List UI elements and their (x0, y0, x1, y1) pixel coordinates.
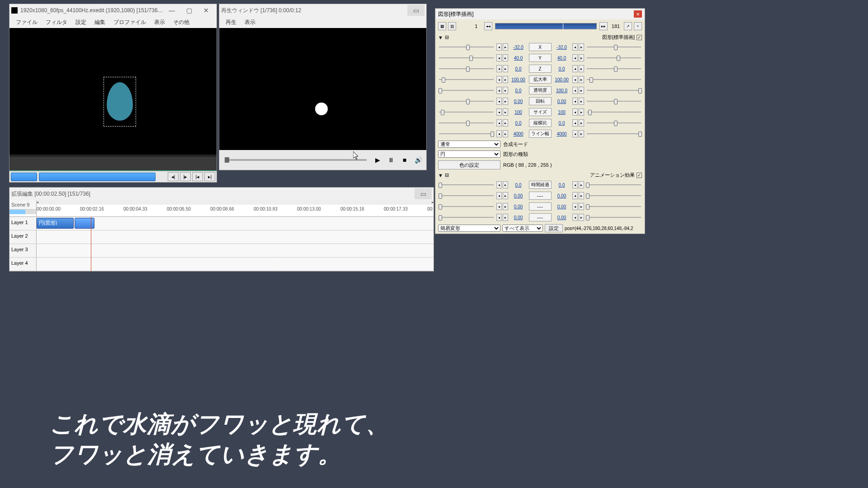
expand-icon[interactable]: ▼ (438, 173, 443, 178)
section1-checkbox[interactable]: ✓ (637, 35, 642, 40)
inc-button[interactable]: ▸ (579, 54, 584, 61)
param-value-right[interactable]: 0.00 (552, 204, 571, 209)
dec-button[interactable]: ◂ (572, 54, 578, 61)
param-value-right[interactable]: 0.0 (552, 121, 571, 126)
play-titlebar[interactable]: 再生ウィンドウ [1/736] 0:00/0:12 ▭ (219, 4, 426, 17)
param-label[interactable]: 回転 (529, 97, 552, 105)
param-value-left[interactable]: 0.00 (509, 193, 528, 198)
param-value-right[interactable]: 100 (552, 110, 571, 115)
timeline-titlebar[interactable]: 拡張編集 [00:00:02.50] [151/736] ▭ (9, 188, 434, 200)
frame-end[interactable]: 181 (609, 23, 622, 29)
param-value-right[interactable]: 0.00 (552, 193, 571, 198)
frame-start[interactable]: 1 (470, 23, 482, 29)
main-canvas[interactable] (9, 28, 217, 155)
param-value-right[interactable]: 0.0 (552, 183, 571, 188)
dec-button[interactable]: ◂ (496, 119, 502, 127)
layer-track[interactable] (37, 244, 434, 257)
param-slider-left[interactable] (437, 55, 495, 61)
param-value-left[interactable]: 100.00 (509, 77, 528, 82)
dec-button[interactable]: ◂ (496, 76, 502, 83)
dec-button[interactable]: ◂ (572, 130, 578, 137)
inc-button[interactable]: ▸ (503, 98, 508, 105)
play-toggle-button[interactable]: ▭ (407, 5, 425, 16)
param-slider-left[interactable] (437, 203, 495, 210)
param-slider-right[interactable] (585, 192, 643, 199)
param-slider-right[interactable] (585, 55, 643, 61)
dec-button[interactable]: ◂ (496, 130, 502, 137)
dec-button[interactable]: ◂ (572, 76, 578, 83)
ruler-scroll-right[interactable]: ▸ (432, 200, 434, 205)
menu-profile[interactable]: プロファイル (110, 18, 150, 27)
frame-next-button[interactable]: ▸▸ (599, 22, 608, 30)
play-button[interactable]: ▶ (372, 155, 383, 165)
inc-button[interactable]: ▸ (503, 192, 508, 199)
maximize-button[interactable]: ▢ (180, 5, 198, 16)
frame-extra2-button[interactable]: + (634, 22, 642, 30)
layer-name[interactable]: Layer 3 (9, 244, 37, 257)
dec-button[interactable]: ◂ (496, 87, 502, 94)
inc-button[interactable]: ▸ (579, 130, 584, 137)
param-slider-right[interactable] (585, 214, 643, 221)
menu-play[interactable]: 再生 (222, 18, 240, 27)
frame-prev-button[interactable]: ◂◂ (484, 22, 492, 30)
dec-button[interactable]: ◂ (496, 98, 502, 105)
frame-slider[interactable] (495, 23, 597, 29)
inc-button[interactable]: ▸ (503, 108, 508, 116)
dec-button[interactable]: ◂ (496, 192, 502, 199)
inc-button[interactable]: ▸ (503, 119, 508, 127)
frame-scrollbar[interactable]: ◂| |▸ |◂ ▸| (9, 171, 217, 183)
inc-button[interactable]: ▸ (579, 98, 584, 105)
shape-type-select[interactable]: 円 (438, 150, 500, 158)
param-slider-right[interactable] (585, 44, 643, 50)
param-slider-left[interactable] (437, 120, 495, 126)
timeline-toggle-button[interactable]: ▭ (415, 188, 432, 199)
inc-button[interactable]: ▸ (579, 181, 584, 188)
scene-scroll[interactable] (9, 210, 36, 214)
param-value-right[interactable]: 4000 (552, 131, 571, 136)
inc-button[interactable]: ▸ (579, 214, 584, 221)
param-label[interactable]: X (529, 43, 552, 51)
dec-button[interactable]: ◂ (572, 87, 578, 94)
param-label[interactable]: 透明度 (529, 86, 552, 94)
scene-tab[interactable]: Scene 9 (9, 200, 36, 210)
dec-button[interactable]: ◂ (496, 54, 502, 61)
dec-button[interactable]: ◂ (496, 108, 502, 116)
minimize-button[interactable]: — (163, 5, 180, 16)
param-label[interactable]: ---- (529, 192, 552, 200)
param-label[interactable]: Z (529, 65, 552, 73)
param-slider-left[interactable] (437, 87, 495, 94)
next-frame-button[interactable]: |▸ (180, 172, 191, 181)
color-button[interactable]: 色の設定 (438, 160, 500, 169)
param-slider-left[interactable] (437, 192, 495, 199)
ruler-scroll-left[interactable]: ◂ (37, 200, 38, 205)
dec-button[interactable]: ◂ (572, 181, 578, 188)
anim-type-select[interactable]: 簡易変形 (438, 225, 500, 232)
dec-button[interactable]: ◂ (496, 203, 502, 210)
blend-mode-select[interactable]: 通常 (438, 141, 500, 148)
pause-button[interactable]: ⏸ (386, 155, 396, 165)
dec-button[interactable]: ◂ (572, 98, 578, 105)
layer-name[interactable]: Layer 4 (9, 258, 37, 271)
param-value-left[interactable]: 0.0 (509, 88, 528, 93)
layer-row[interactable]: Layer 1円(図形) (9, 217, 434, 230)
menu-view[interactable]: 表示 (151, 18, 169, 27)
param-slider-left[interactable] (437, 76, 495, 83)
scroll-thumb-main[interactable] (39, 173, 156, 181)
timeline-ruler[interactable]: Scene 9 ◂▸ 00:00:00.0000:00:02.1600:00:0… (9, 200, 434, 217)
audio-button[interactable]: 🔊 (413, 155, 424, 165)
param-value-left[interactable]: 0.0 (509, 66, 528, 71)
param-value-right[interactable]: 100.0 (552, 88, 571, 93)
dec-button[interactable]: ◂ (572, 108, 578, 116)
stop-button[interactable]: ■ (399, 155, 410, 165)
param-value-right[interactable]: 40.0 (552, 56, 571, 61)
inc-button[interactable]: ▸ (503, 203, 508, 210)
layer-row[interactable]: Layer 3 (9, 244, 434, 258)
param-slider-right[interactable] (585, 203, 643, 210)
frame-grid-icon[interactable]: ▥ (448, 22, 456, 30)
close-button[interactable]: ✕ (198, 5, 215, 16)
param-slider-left[interactable] (437, 66, 495, 72)
param-value-left[interactable]: 0.00 (509, 99, 528, 104)
timeline-clip-selected[interactable] (75, 218, 94, 229)
param-slider-left[interactable] (437, 109, 495, 115)
inc-button[interactable]: ▸ (579, 108, 584, 116)
